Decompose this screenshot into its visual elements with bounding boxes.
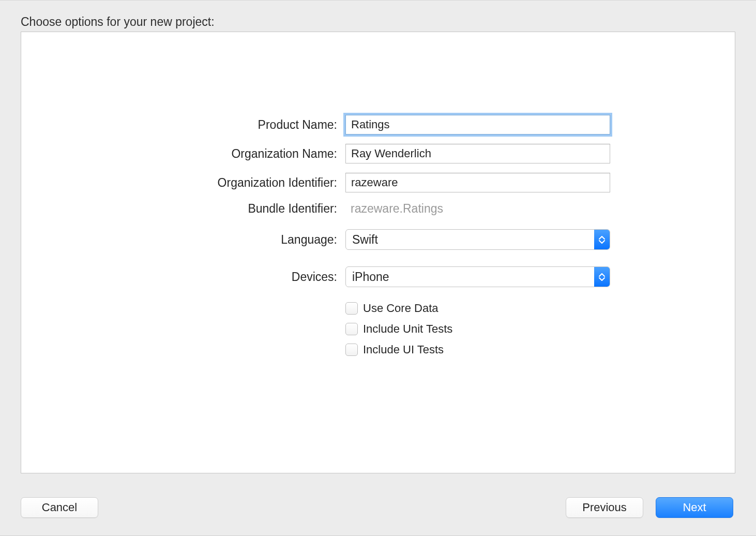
include-unit-tests-label: Include Unit Tests <box>363 322 452 336</box>
include-ui-tests-checkbox[interactable] <box>345 344 358 356</box>
new-project-options-dialog: Choose options for your new project: Pro… <box>0 0 756 536</box>
up-down-chevron-icon <box>594 230 610 249</box>
organization-name-input[interactable] <box>345 144 610 163</box>
product-name-input[interactable] <box>345 115 610 135</box>
use-core-data-label: Use Core Data <box>363 302 439 315</box>
bundle-identifier-label: Bundle Identifier: <box>146 202 337 216</box>
next-button[interactable]: Next <box>656 497 733 518</box>
options-checkbox-group: Use Core Data Include Unit Tests Include… <box>345 296 610 359</box>
previous-button[interactable]: Previous <box>566 497 643 518</box>
use-core-data-checkbox[interactable] <box>345 302 358 315</box>
include-unit-tests-row: Include Unit Tests <box>345 320 610 338</box>
page-title: Choose options for your new project: <box>21 15 215 29</box>
include-ui-tests-row: Include UI Tests <box>345 341 610 359</box>
project-options-form: Product Name: Organization Name: Organiz… <box>146 115 610 359</box>
devices-select-value: iPhone <box>352 270 389 284</box>
organization-identifier-label: Organization Identifier: <box>146 176 337 190</box>
footer-right-group: Previous Next <box>566 497 733 518</box>
language-label: Language: <box>146 233 337 247</box>
dialog-footer: Cancel Previous Next <box>21 497 733 518</box>
bundle-identifier-value: razeware.Ratings <box>345 202 610 216</box>
options-panel: Product Name: Organization Name: Organiz… <box>21 32 735 473</box>
organization-identifier-input[interactable] <box>345 173 610 192</box>
product-name-label: Product Name: <box>146 118 337 132</box>
language-select[interactable]: Swift <box>345 229 610 250</box>
devices-select[interactable]: iPhone <box>345 266 610 287</box>
up-down-chevron-icon <box>594 267 610 287</box>
cancel-button[interactable]: Cancel <box>21 497 98 518</box>
language-select-value: Swift <box>352 233 378 247</box>
include-ui-tests-label: Include UI Tests <box>363 343 444 356</box>
use-core-data-row: Use Core Data <box>345 300 610 317</box>
include-unit-tests-checkbox[interactable] <box>345 323 358 335</box>
organization-name-label: Organization Name: <box>146 147 337 161</box>
devices-label: Devices: <box>146 270 337 284</box>
